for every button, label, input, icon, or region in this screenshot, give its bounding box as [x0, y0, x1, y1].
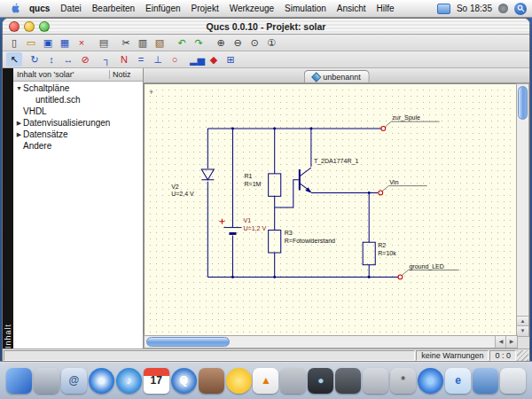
print-button[interactable]: ▤	[96, 35, 112, 50]
transistor-name-label[interactable]: T_2DA1774R_1	[314, 158, 359, 165]
content-dock-tab[interactable]: Inhalt	[3, 68, 13, 348]
redo-button[interactable]: ↷	[191, 35, 207, 50]
menubar-item[interactable]: Simulation	[279, 4, 332, 13]
scroll-right-button[interactable]: ▶	[505, 336, 517, 348]
vertical-scrollbar[interactable]: ▲ ▼	[516, 83, 529, 337]
dock-icon-mail[interactable]: @	[61, 368, 87, 394]
dock-icon-system-preferences[interactable]: *	[390, 368, 416, 394]
transistor-component[interactable]	[300, 168, 311, 192]
resistor-r3-component[interactable]	[269, 231, 281, 253]
dock-icon-gray-app[interactable]	[280, 368, 306, 394]
tree-item-vhdl[interactable]: VHDL	[13, 106, 143, 117]
node-label-zur-spule[interactable]: zur_Spule	[392, 114, 420, 121]
tree-expander-icon[interactable]: ▼	[15, 82, 23, 94]
tree-expander-icon[interactable]: ▶	[15, 117, 23, 129]
apple-menu-icon[interactable]	[5, 3, 24, 14]
deactivate-button[interactable]: ⊘	[77, 52, 93, 66]
resistor-r2-component[interactable]	[363, 242, 375, 264]
dock-icon-vlc[interactable]: ▲	[253, 368, 278, 394]
zoom-fit-button[interactable]: ⊙	[246, 35, 262, 50]
menubar-item[interactable]: Werkzeuge	[224, 4, 279, 13]
save-file-button[interactable]: ▣	[40, 35, 56, 50]
v1-value-label[interactable]: U=1,2 V	[244, 225, 267, 231]
zoom-in-button[interactable]: ⊕	[213, 35, 229, 50]
resistor-r1-component[interactable]	[269, 174, 281, 196]
tree-item-andere[interactable]: Andere	[13, 140, 143, 152]
horizontal-scrollbar-thumb[interactable]	[146, 337, 230, 347]
zoom-out-button[interactable]: ⊖	[230, 35, 246, 50]
battery-v1-component[interactable]	[219, 219, 241, 234]
sync-menu-icon[interactable]	[498, 4, 508, 13]
node-label-vin[interactable]: Vin	[389, 179, 398, 185]
save-all-button[interactable]: ▦	[57, 35, 73, 50]
dock-icon-ical[interactable]: 17	[144, 368, 169, 394]
tree-item-schaltplaene[interactable]: ▼ Schaltpläne	[13, 82, 143, 94]
mirror-x-button[interactable]: ↕	[43, 52, 59, 66]
dock-icon-camera[interactable]: ●	[308, 368, 333, 394]
displays-menu-icon[interactable]	[437, 4, 450, 14]
r2-name-label[interactable]: R2	[378, 242, 386, 248]
select-pointer-button[interactable]: ↖	[6, 52, 22, 66]
node-terminals[interactable]	[379, 127, 403, 279]
menubar-clock[interactable]: So 18:35	[457, 4, 492, 13]
dock-icon-itunes[interactable]: ♪	[116, 368, 142, 394]
node-name-button[interactable]: N	[116, 52, 132, 66]
dock-icon-internet-explorer[interactable]: e	[445, 368, 471, 394]
equation-button[interactable]: =	[133, 52, 149, 66]
r1-name-label[interactable]: R1	[245, 173, 253, 179]
dock-icon-qucs[interactable]	[473, 368, 498, 394]
menubar-item[interactable]: Ansicht	[332, 4, 372, 13]
dock-icon-quicktime[interactable]: Q	[171, 368, 197, 394]
vertical-scrollbar-thumb[interactable]	[518, 86, 528, 120]
close-file-button[interactable]: ×	[74, 35, 90, 50]
undo-button[interactable]: ↶	[174, 35, 190, 50]
window-titlebar[interactable]: Qucs 0.0.10 - Projekt: solar	[3, 19, 529, 35]
tree-item-datenvisualisierungen[interactable]: ▶ Datenvisualisierungen	[13, 117, 143, 129]
menubar-item[interactable]: Einfügen	[140, 4, 185, 13]
dock-icon-dashboard[interactable]	[34, 368, 59, 394]
schematic-wires[interactable]	[207, 129, 398, 277]
diagram-tool-button[interactable]: ▂▅	[189, 52, 205, 66]
dock-icon-safari[interactable]	[89, 368, 114, 394]
tree-item-untitled-sch[interactable]: untitled.sch	[13, 94, 143, 106]
menu-app-name[interactable]: qucs	[24, 4, 55, 13]
v2-value-label[interactable]: U=2,4 V	[171, 191, 194, 197]
menubar-item[interactable]: Datei	[55, 4, 86, 13]
tree-expander-icon[interactable]: ▶	[15, 129, 23, 140]
new-file-button[interactable]: ▯	[6, 35, 22, 50]
paste-button[interactable]: ▧	[152, 35, 168, 50]
schematic-sheet[interactable]: +	[144, 83, 518, 337]
dock-icon-finder[interactable]	[6, 368, 32, 394]
dock-icon-trash[interactable]	[500, 368, 526, 394]
spotlight-icon[interactable]	[514, 3, 527, 15]
diode-component[interactable]	[201, 169, 214, 180]
ground-tool-button[interactable]: ⊥	[150, 52, 166, 66]
menubar-item[interactable]: Projekt	[186, 4, 224, 13]
cut-button[interactable]: ✂	[118, 35, 134, 50]
node-label-ground-led[interactable]: ground_LED	[409, 263, 443, 270]
horizontal-scrollbar[interactable]: ◀ ▶	[144, 335, 518, 348]
v1-name-label[interactable]: V1	[244, 217, 252, 223]
mirror-y-button[interactable]: ↔	[60, 52, 76, 66]
r3-value-label[interactable]: R=Fotowiderstand	[285, 238, 335, 244]
dock-icon-blue-globe[interactable]	[418, 368, 443, 394]
schematic-drawing[interactable]: +	[145, 84, 517, 336]
scroll-down-button[interactable]: ▼	[517, 325, 528, 336]
menubar-item[interactable]: Hilfe	[372, 4, 400, 13]
window-resize-grip[interactable]	[517, 350, 528, 361]
open-file-button[interactable]: ▭	[23, 35, 39, 50]
dock-icon-photos[interactable]	[199, 368, 224, 394]
dock-icon-disk[interactable]	[363, 368, 388, 394]
zoom-100-button[interactable]: ①	[263, 35, 279, 50]
subcircuit-button[interactable]: ⊞	[223, 52, 239, 66]
r3-name-label[interactable]: R3	[285, 230, 293, 236]
menubar-item[interactable]: Bearbeiten	[87, 4, 140, 13]
r2-value-label[interactable]: R=10k	[378, 250, 396, 256]
marker-tool-button[interactable]: ◆	[206, 52, 222, 66]
rotate-button[interactable]: ↻	[27, 52, 43, 66]
dock-icon-dark-app[interactable]	[335, 368, 361, 394]
tab-unbenannt[interactable]: unbenannt	[303, 70, 370, 82]
copy-button[interactable]: ▥	[135, 35, 151, 50]
r1-value-label[interactable]: R=1M	[245, 181, 262, 187]
port-tool-button[interactable]: ○	[167, 52, 183, 66]
